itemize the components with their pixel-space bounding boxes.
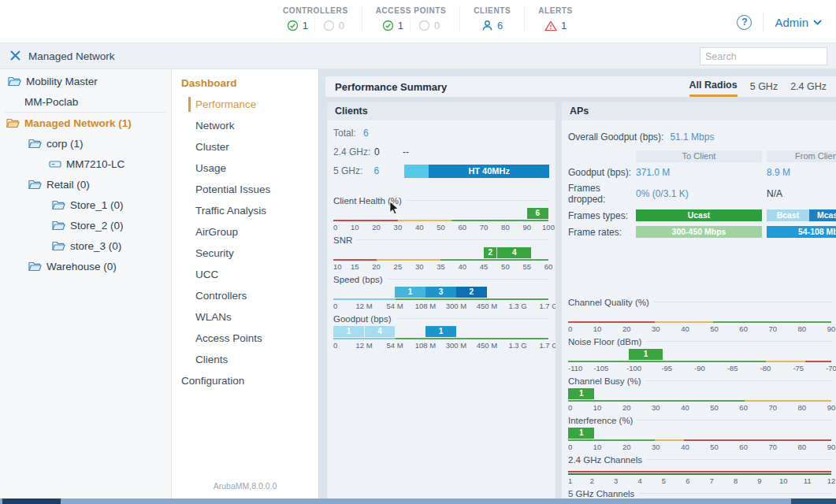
tree-item-mobility-master[interactable]: Mobility Master [0, 71, 171, 91]
tick-label: 1.3 G [508, 302, 526, 310]
chart-ticks: 012 M54 M108 M300 M450 M1.3 G1.7 G [333, 341, 548, 349]
axis-segment [398, 220, 451, 221]
tick-label: 80 [798, 443, 807, 451]
stat-item[interactable]: 1 [287, 20, 308, 32]
nav-item-airgroup[interactable]: AirGroup [172, 221, 318, 243]
stat-item[interactable]: 1 [544, 20, 567, 32]
tick-label: 90 [827, 443, 836, 451]
stat-item[interactable]: 0 [314, 20, 344, 32]
nav-item-wlans[interactable]: WLANs [172, 306, 318, 328]
nav-item-cluster[interactable]: Cluster [172, 136, 318, 158]
chart-bar-snr[interactable]: 2 [484, 247, 496, 258]
chart-bar-goodput-bps[interactable]: 4 [364, 326, 395, 337]
chart-title-text: Speed (bps) [333, 275, 383, 284]
nav-item-controllers[interactable]: Controllers [172, 285, 318, 306]
chart-bar-noise-floor-dbm[interactable]: 1 [629, 349, 663, 360]
tick-label: 10 [333, 262, 342, 271]
stat-value: 0 [434, 20, 440, 32]
tree-item-label: Managed Network (1) [24, 117, 132, 129]
chart-bars: 132 [333, 287, 548, 298]
tree-item-store-3-0[interactable]: store_3 (0) [0, 235, 171, 256]
nav-item-configuration[interactable]: Configuration [172, 370, 318, 391]
tree-item-store-1-0[interactable]: Store_1 (0) [0, 195, 171, 215]
chart-ticks: 0102030405060708090 [568, 403, 831, 411]
tick-label: -90 [694, 364, 705, 372]
overall-goodput-value[interactable]: 51.1 Mbps [670, 132, 714, 143]
folder-icon [28, 261, 42, 272]
chart-bar-goodput-bps[interactable]: 1 [333, 326, 364, 337]
search-input[interactable] [700, 51, 836, 62]
tab-all-radios[interactable]: All Radios [689, 76, 738, 97]
tree-item-mm-poclab[interactable]: MM-Poclab [0, 91, 171, 112]
chart-bar-interference[interactable]: 1 [568, 428, 594, 439]
help-icon[interactable]: ? [737, 15, 752, 30]
chart-ticks: -110-105-100-95-90-85-80-75-70 [568, 364, 831, 372]
tree-item-store-2-0[interactable]: Store_2 (0) [0, 215, 171, 235]
total-value[interactable]: 6 [363, 128, 369, 139]
chart-bar-speed-bps[interactable]: 2 [456, 287, 487, 298]
cell-to-client[interactable]: 371.0 M [636, 167, 762, 178]
tab-5-ghz[interactable]: 5 GHz [750, 78, 778, 96]
user-menu[interactable]: Admin [775, 16, 822, 29]
stat-item[interactable]: 6 [481, 20, 503, 32]
tick-label: 3 [614, 476, 618, 485]
axis-segment [568, 471, 831, 472]
band5-value[interactable]: 6 [373, 165, 402, 176]
horizontal-scrollbar[interactable] [0, 498, 836, 504]
channel-width-bar[interactable]: HT 40MHz [404, 165, 549, 178]
tree-item-managed-network-1[interactable]: Managed Network (1) [0, 113, 171, 133]
nav-item-usage[interactable]: Usage [172, 158, 318, 179]
nav-item-dashboard[interactable]: Dashboard [172, 72, 318, 94]
metric-bar-300-450-mbps[interactable]: 300-450 Mbps [636, 226, 762, 238]
tree-item-retail-0[interactable]: Retail (0) [0, 174, 171, 195]
stat-item[interactable]: 1 [382, 20, 403, 32]
metric-bar-54-108-mbps[interactable]: 54-108 Mbps [767, 226, 836, 238]
stat-item[interactable]: 0 [410, 20, 440, 32]
nav-item-network[interactable]: Network [172, 115, 318, 136]
warning-triangle-icon [544, 20, 557, 32]
chart-bar-speed-bps[interactable]: 3 [425, 287, 456, 298]
cell-bars: 54-108 Mbps [767, 226, 836, 238]
nav-item-access-points[interactable]: Access Points [172, 328, 318, 349]
cell-from-client[interactable]: N/A [767, 188, 836, 199]
cell-to-client[interactable]: 0% (0/3.1 K) [636, 188, 762, 199]
clients-panel: Clients Total: 6 2.4 GHz: 0 -- 5 GHz: 6 … [327, 102, 555, 498]
tab-2-4-ghz[interactable]: 2.4 GHz [790, 78, 827, 96]
nav-item-potential-issues[interactable]: Potential Issues [172, 179, 318, 200]
nav-item-security[interactable]: Security [172, 243, 318, 264]
scrollbar-thumb-left[interactable] [2, 498, 61, 504]
chart-title-line [637, 420, 831, 421]
chart-bar-goodput-bps[interactable]: 1 [425, 326, 456, 337]
chart-bar-speed-bps[interactable]: 1 [395, 287, 425, 298]
chart-bar-snr[interactable]: 4 [496, 247, 531, 258]
chart-title-line [646, 341, 831, 342]
scrollbar-thumb-right[interactable] [791, 498, 836, 504]
tick-label: 40 [681, 403, 689, 412]
axis-segment [396, 298, 548, 300]
chart-bar-client-health[interactable]: 6 [527, 208, 548, 219]
network-tree: Mobility MasterMM-PoclabManaged Network … [0, 69, 172, 498]
search-box[interactable] [700, 47, 827, 65]
clients-24ghz-row: 2.4 GHz: 0 -- [333, 143, 549, 161]
nav-item-performance[interactable]: Performance [172, 94, 318, 115]
tree-item-warehouse-0[interactable]: Warehouse (0) [0, 256, 171, 276]
nav-item-label: Potential Issues [195, 182, 270, 197]
chart-bar-channel-busy[interactable]: 1 [568, 388, 594, 399]
tree-item-label: Retail (0) [46, 179, 90, 191]
chart-title-line [357, 239, 548, 240]
tree-item-mm7210-lc[interactable]: MM7210-LC [0, 154, 171, 174]
nav-item-traffic-analysis[interactable]: Traffic Analysis [172, 200, 318, 221]
table-row-goodput-bps: Goodput (bps):371.0 M8.9 M [568, 167, 836, 178]
cell-from-client[interactable]: 8.9 M [767, 167, 836, 178]
chart-title: Goodput (bps) [333, 313, 548, 324]
tree-item-corp-1[interactable]: corp (1) [0, 133, 171, 154]
nav-item-clients[interactable]: Clients [172, 349, 318, 370]
nav-item-ucc[interactable]: UCC [172, 264, 318, 285]
close-icon[interactable] [9, 50, 21, 61]
metric-bar-bcast[interactable]: Bcast [767, 209, 809, 221]
metric-bar-mcast[interactable]: Mcast [809, 209, 836, 221]
axis-segment [440, 259, 548, 261]
stat-value: 1 [398, 20, 403, 32]
metric-bar-ucast[interactable]: Ucast [636, 209, 762, 221]
tick-label: 90 [522, 223, 531, 232]
